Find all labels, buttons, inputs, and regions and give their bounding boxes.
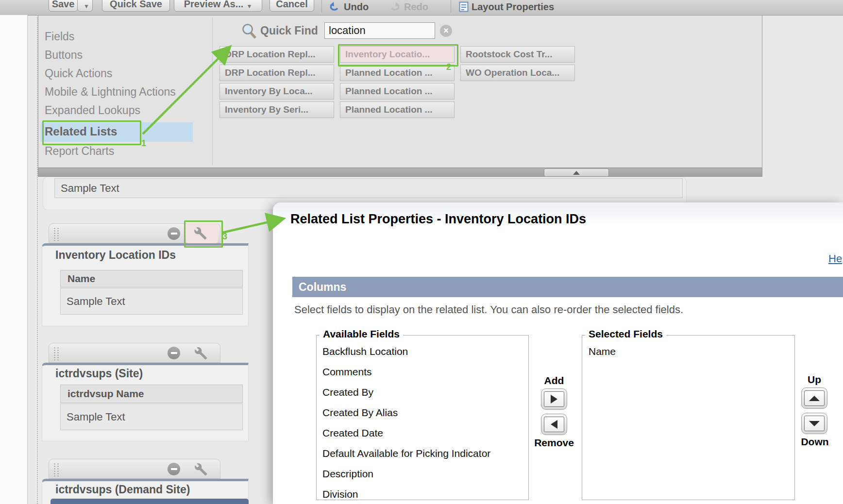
sample-field-row[interactable]: Sample Text: [54, 178, 683, 198]
preview-as-button[interactable]: Preview As... ▼: [174, 0, 262, 12]
related-list-title: ictrdvsups (Demand Site): [55, 483, 190, 496]
clear-search-icon[interactable]: ×: [440, 25, 452, 37]
help-link[interactable]: He: [828, 252, 843, 265]
available-field-option[interactable]: Division: [322, 488, 358, 500]
quick-save-button[interactable]: Quick Save: [102, 0, 170, 12]
quick-find-input[interactable]: [324, 22, 435, 39]
palette-category-expanded-lookups[interactable]: Expanded Lookups: [45, 104, 140, 117]
columns-section-header: Columns: [292, 277, 843, 297]
column-header: Name: [60, 270, 243, 287]
annotation-box-inventory-location: [338, 44, 458, 67]
annotation-step-2: 2: [446, 62, 451, 72]
arrow-left-icon: [551, 420, 557, 429]
wrench-icon[interactable]: [194, 346, 208, 361]
arrow-up-icon: [809, 396, 820, 401]
preview-as-label: Preview As...: [184, 0, 244, 10]
palette-item[interactable]: Rootstock Cost Tr...: [460, 46, 575, 63]
left-gutter: [0, 15, 28, 504]
add-button[interactable]: [541, 388, 567, 410]
available-fields-label: Available Fields: [320, 328, 403, 340]
available-field-option[interactable]: Backflush Location: [322, 346, 408, 357]
selected-field-option[interactable]: Name: [589, 346, 616, 357]
redo-label: Redo: [404, 1, 428, 13]
undo-label: Undo: [344, 1, 369, 13]
palette-category-mobile-lightning-actions[interactable]: Mobile & Lightning Actions: [45, 85, 176, 99]
arrow-right-icon: [551, 395, 557, 403]
annotation-step-3: 3: [222, 232, 227, 242]
palette-item[interactable]: Planned Location ...: [340, 65, 455, 81]
remove-label: Remove: [527, 437, 581, 449]
available-field-option[interactable]: Default Available for Picking Indicator: [322, 448, 490, 459]
undo-button[interactable]: Undo: [328, 0, 369, 14]
layout-properties-button[interactable]: Layout Properties: [459, 0, 554, 14]
wrench-icon[interactable]: [193, 226, 208, 241]
annotation-box-related-lists: [42, 120, 141, 145]
chevron-down-icon: ▼: [246, 3, 252, 10]
drag-handle-icon[interactable]: [53, 347, 61, 360]
cancel-button[interactable]: Cancel: [270, 0, 314, 12]
palette-category-report-charts[interactable]: Report Charts: [45, 145, 114, 158]
palette-category-buttons[interactable]: Buttons: [45, 49, 83, 62]
remove-section-icon[interactable]: [168, 347, 180, 359]
redo-icon: [388, 1, 401, 13]
toolbar-separator: [451, 0, 451, 13]
palette-collapse-button[interactable]: [544, 168, 609, 177]
palette-category-fields[interactable]: Fields: [45, 30, 74, 43]
arrow-down-icon: [809, 421, 820, 426]
related-list-title: Inventory Location IDs: [55, 249, 176, 262]
related-list-toolbar[interactable]: [49, 343, 220, 363]
related-list-title: ictrdvsups (Site): [55, 367, 143, 380]
down-label: Down: [799, 436, 831, 448]
columns-description: Select fields to display on the related …: [294, 303, 683, 316]
undo-icon: [328, 1, 341, 13]
annotation-step-1: 1: [141, 138, 146, 149]
palette-item[interactable]: DRP Location Repl...: [219, 65, 334, 81]
drag-handle-icon[interactable]: [53, 463, 61, 476]
dialog-title: Related List Properties - Inventory Loca…: [290, 212, 586, 227]
remove-section-icon[interactable]: [168, 463, 180, 475]
remove-section-icon[interactable]: [168, 227, 180, 240]
available-field-option[interactable]: Created By: [322, 386, 373, 398]
save-dropdown-button[interactable]: ▼: [77, 0, 93, 12]
sample-row: Sample Text: [60, 403, 243, 430]
layout-properties-icon: [459, 1, 469, 12]
available-field-option[interactable]: Created Date: [322, 427, 383, 439]
toolbar: Save ▼ Quick Save Preview As... ▼ Cancel…: [0, 0, 843, 16]
available-field-option[interactable]: Comments: [322, 366, 372, 378]
page-layout-editor: Save ▼ Quick Save Preview As... ▼ Cancel…: [0, 0, 843, 504]
palette-item[interactable]: Planned Location ...: [340, 101, 455, 118]
palette-item[interactable]: WO Operation Loca...: [460, 65, 575, 81]
palette-category-quick-actions[interactable]: Quick Actions: [45, 67, 112, 80]
palette-item[interactable]: Inventory By Loca...: [219, 83, 334, 100]
palette-item[interactable]: Inventory By Seri...: [219, 101, 334, 118]
chevron-down-icon: ▼: [84, 3, 89, 10]
collapse-arrow-icon: [573, 171, 580, 175]
column-header: ictrdvsup Name: [60, 385, 243, 403]
wrench-icon[interactable]: [194, 462, 208, 477]
search-icon: [241, 23, 258, 40]
redo-button[interactable]: Redo: [388, 0, 428, 14]
palette-divider: [212, 17, 213, 166]
selected-fields-box[interactable]: [582, 335, 795, 500]
layout-properties-label: Layout Properties: [472, 1, 554, 13]
partial-row: [51, 499, 249, 504]
palette-item[interactable]: DRP Location Repl...: [219, 46, 334, 63]
remove-button[interactable]: [541, 414, 567, 435]
sample-row: Sample Text: [60, 288, 243, 315]
available-field-option[interactable]: Created By Alias: [322, 407, 398, 419]
palette-bottom-bar: [38, 168, 762, 177]
up-label: Up: [801, 374, 827, 386]
related-list-properties-dialog: Related List Properties - Inventory Loca…: [273, 202, 843, 504]
up-button[interactable]: [801, 387, 827, 409]
toolbar-separator: [321, 0, 322, 13]
quick-find-label: Quick Find: [260, 24, 318, 37]
available-field-option[interactable]: Description: [322, 468, 373, 480]
save-button[interactable]: Save: [49, 0, 78, 12]
drag-handle-icon[interactable]: [53, 227, 61, 241]
add-label: Add: [541, 375, 567, 386]
selected-fields-label: Selected Fields: [585, 328, 666, 340]
related-list-toolbar[interactable]: [49, 459, 220, 479]
palette-item[interactable]: Planned Location ...: [340, 83, 455, 100]
down-button[interactable]: [801, 413, 827, 434]
